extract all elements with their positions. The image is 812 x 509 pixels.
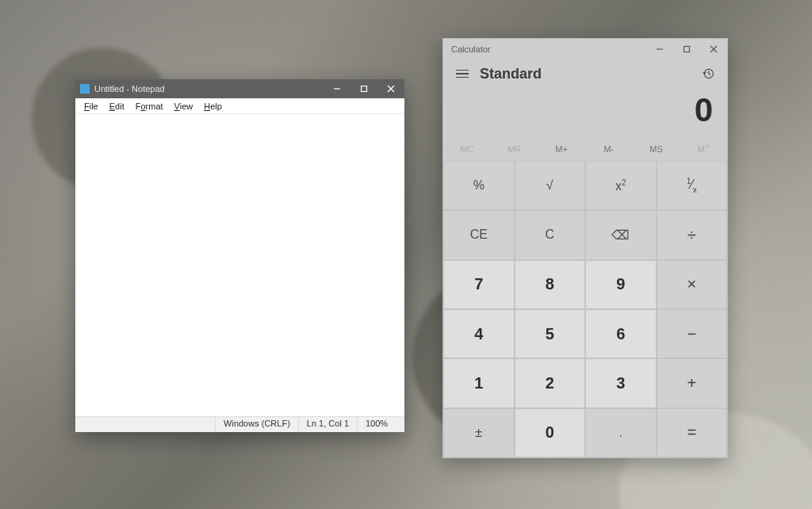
key-c[interactable]: C [515,211,585,258]
key-sqrt[interactable]: √ [515,162,585,209]
svg-rect-1 [362,86,367,92]
close-button[interactable] [700,39,727,59]
notepad-app-icon [80,84,90,94]
minimize-button[interactable] [646,39,673,59]
maximize-button[interactable] [673,39,700,59]
calculator-keypad: % √ x2 1⁄x CE C ⌫ ÷ 7 8 9 × 4 5 6 − 1 2 … [443,161,727,457]
status-encoding: Windows (CRLF) [215,417,298,432]
calculator-title: Calculator [451,44,646,54]
key-4[interactable]: 4 [444,310,514,358]
notepad-window: Untitled - Notepad File Edit Format View… [75,79,404,432]
calculator-mode-label: Standard [480,66,699,82]
status-zoom: 100% [357,417,404,432]
key-2[interactable]: 2 [515,359,585,407]
notepad-textarea[interactable] [75,114,404,416]
maximize-button[interactable] [350,79,377,98]
calculator-display: 0 [443,88,727,137]
notepad-titlebar[interactable]: Untitled - Notepad [75,79,404,98]
notepad-menubar: File Edit Format View Help [75,98,404,114]
key-negate[interactable]: ± [444,409,514,457]
key-8[interactable]: 8 [515,261,585,308]
history-icon[interactable] [699,64,718,83]
svg-rect-5 [684,47,690,52]
hamburger-icon[interactable] [453,64,472,83]
mem-ms[interactable]: MS [633,137,680,161]
menu-help[interactable]: Help [198,100,228,113]
menu-edit[interactable]: Edit [104,100,130,113]
key-0[interactable]: 0 [515,409,585,457]
menu-file[interactable]: File [79,100,104,113]
notepad-title: Untitled - Notepad [94,84,324,94]
mem-mminus[interactable]: M- [585,137,633,161]
key-divide[interactable]: ÷ [657,211,727,258]
key-add[interactable]: + [657,359,727,407]
key-1[interactable]: 1 [444,359,514,407]
key-ce[interactable]: CE [444,211,514,258]
mem-mlist[interactable]: M˅ [680,137,727,161]
menu-view[interactable]: View [169,100,199,113]
status-caret: Ln 1, Col 1 [298,417,357,432]
key-multiply[interactable]: × [657,261,727,308]
mem-mr[interactable]: MR [491,137,538,161]
close-button[interactable] [377,79,404,98]
minimize-button[interactable] [324,79,350,98]
mem-mplus[interactable]: M+ [538,137,585,161]
key-6[interactable]: 6 [586,310,656,358]
key-3[interactable]: 3 [586,359,656,407]
mem-mc[interactable]: MC [443,137,491,161]
key-9[interactable]: 9 [586,261,656,308]
key-percent[interactable]: % [444,162,514,209]
key-backspace[interactable]: ⌫ [586,211,656,258]
key-equals[interactable]: = [657,409,727,457]
calculator-mode-row: Standard [443,59,727,88]
memory-row: MC MR M+ M- MS M˅ [443,137,727,161]
calculator-window: Calculator Standard 0 MC MR M+ M- MS M˅ … [442,38,728,458]
key-reciprocal[interactable]: 1⁄x [657,162,727,209]
menu-format[interactable]: Format [130,100,169,113]
calculator-titlebar[interactable]: Calculator [443,39,727,59]
key-decimal[interactable]: . [586,409,656,457]
notepad-statusbar: Windows (CRLF) Ln 1, Col 1 100% [75,416,404,432]
key-subtract[interactable]: − [657,310,727,358]
key-7[interactable]: 7 [444,261,514,308]
key-5[interactable]: 5 [515,310,585,358]
key-square[interactable]: x2 [586,162,656,209]
